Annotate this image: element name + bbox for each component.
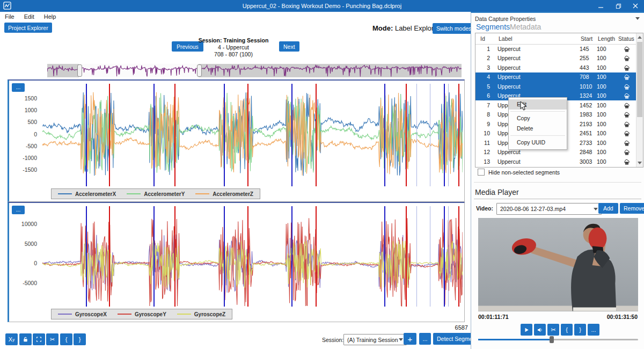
collapse-panel-icon[interactable] (635, 17, 640, 20)
context-menu-item-edit[interactable]: Edit (509, 99, 567, 110)
y-tick-label: -1500 (23, 166, 37, 173)
segment-row[interactable]: 1Uppercut145100 (475, 44, 636, 54)
segment-end-line[interactable] (247, 206, 248, 307)
segment-row[interactable]: 2Uppercut255100 (475, 54, 636, 63)
chart-options-button[interactable]: ... (12, 83, 25, 92)
column-header-start[interactable]: Start (580, 35, 597, 42)
table-scrollbar[interactable] (636, 33, 643, 167)
segment-minor-line[interactable] (430, 206, 430, 307)
segment-minor-line[interactable] (448, 206, 449, 307)
column-header-status[interactable]: Status (617, 35, 636, 42)
segment-start-line[interactable] (86, 84, 87, 186)
video-select[interactable]: 2020-08-06 12-27-03.mp4 (496, 203, 602, 215)
project-explorer-button[interactable]: Project Explorer (4, 23, 52, 33)
segment-start-line[interactable] (153, 206, 155, 307)
segment-row[interactable]: 5Uppercut1010100 (475, 82, 636, 91)
axis-scale-button[interactable]: Xy (5, 333, 18, 345)
segment-row[interactable]: 4Uppercut708100 (475, 72, 636, 82)
column-header-id[interactable]: Id (475, 35, 497, 42)
segment-end-line[interactable] (109, 84, 110, 186)
overview-left-handle[interactable] (77, 64, 82, 77)
scrollbar-thumb[interactable] (637, 42, 642, 117)
title-bar[interactable]: Uppercut_02 - Boxing Workout Demo - Punc… (0, 0, 644, 12)
segment-end-line[interactable] (316, 84, 317, 186)
segment-start-line[interactable] (224, 84, 225, 186)
hide-non-selected-checkbox[interactable] (478, 169, 485, 176)
segment-end-line[interactable] (406, 206, 407, 307)
segment-start-line[interactable] (444, 84, 445, 186)
segment-minor-line[interactable] (416, 206, 417, 307)
remove-video-button[interactable]: Remove (620, 203, 644, 214)
segment-start-line[interactable] (384, 206, 385, 307)
trim-video-button[interactable]: ✂ (547, 324, 559, 336)
segment-id: 1 (475, 46, 497, 52)
play-button[interactable] (521, 324, 532, 336)
segment-end-line[interactable] (406, 84, 407, 186)
segment-start-line[interactable] (444, 206, 445, 307)
segment-end-line[interactable] (247, 84, 248, 186)
scroll-down-icon[interactable] (638, 162, 642, 164)
volume-button[interactable] (534, 324, 546, 336)
segment-end-line[interactable] (458, 206, 459, 307)
switch-modes-button[interactable]: Switch modes (433, 23, 475, 34)
window-title: Uppercut_02 - Boxing Workout Demo - Punc… (0, 0, 644, 12)
overview-right-handle[interactable] (197, 64, 202, 77)
segment-minor-line[interactable] (430, 84, 430, 186)
segment-start-line[interactable] (291, 84, 292, 186)
segment-start-line[interactable] (384, 84, 385, 186)
add-video-button[interactable]: Add (598, 203, 618, 214)
menu-item-help[interactable]: Help (39, 13, 61, 20)
segment-end-line[interactable] (316, 206, 317, 307)
tab-metadata[interactable]: Metadata (510, 23, 541, 31)
restore-button[interactable] (610, 0, 627, 12)
segment-row[interactable]: 13Uppercut3003100 (475, 157, 636, 166)
video-scrubber[interactable] (478, 339, 638, 340)
column-header-label[interactable]: Label (497, 35, 580, 42)
segment-start-line[interactable] (224, 206, 225, 307)
cut-segment-button[interactable]: ✂ (46, 333, 58, 345)
add-segment-button[interactable]: + (404, 333, 416, 345)
menu-item-edit[interactable]: Edit (19, 13, 39, 20)
segment-end-bracket-button[interactable]: } (74, 333, 86, 345)
legend-swatch (58, 193, 72, 194)
video-frame[interactable] (478, 218, 638, 311)
segment-start-line[interactable] (291, 206, 292, 307)
more-options-button[interactable]: ... (419, 333, 431, 345)
minimize-button[interactable] (592, 0, 610, 12)
scrubber-handle[interactable] (550, 336, 554, 343)
context-menu-item-copy[interactable]: Copy (509, 113, 567, 123)
menu-item-file[interactable]: File (0, 13, 19, 20)
cloud-sync-icon (617, 139, 636, 147)
segment-start-line[interactable] (153, 84, 155, 186)
segment-minor-line[interactable] (416, 84, 417, 186)
segment-end-line[interactable] (174, 206, 175, 307)
fit-to-view-button[interactable] (33, 333, 45, 345)
segment-start: 145 (580, 46, 597, 52)
mark-start-button[interactable]: { (561, 324, 573, 336)
column-header-length[interactable]: Length (597, 35, 617, 42)
segment-start-bracket-button[interactable]: { (60, 333, 72, 345)
next-segment-button[interactable]: Next (279, 41, 299, 52)
segment-minor-line[interactable] (448, 84, 449, 186)
mark-end-button[interactable]: } (574, 324, 586, 336)
segment-end-line[interactable] (458, 84, 459, 186)
session-select[interactable]: (A) Training Session (343, 334, 407, 345)
scroll-up-icon[interactable] (638, 36, 642, 39)
segment-start-line[interactable] (86, 206, 87, 307)
segment-label: Uppercut (497, 55, 580, 61)
segment-end-line[interactable] (109, 206, 110, 307)
chart-options-button[interactable]: ... (12, 206, 25, 214)
lock-button[interactable] (19, 333, 32, 345)
gyroscope-plot-area[interactable] (42, 206, 463, 307)
close-button[interactable] (627, 0, 644, 12)
tab-segments[interactable]: Segments (476, 23, 510, 31)
context-menu-item-delete[interactable]: Delete (509, 123, 567, 134)
segment-end-line[interactable] (174, 84, 175, 186)
accelerometer-plot-area[interactable] (42, 84, 463, 186)
gyroscope-waveforms (42, 206, 463, 307)
segment-row[interactable]: 3Uppercut443100 (475, 63, 636, 72)
session-overview-strip[interactable] (47, 64, 462, 77)
player-more-button[interactable]: ... (588, 324, 599, 336)
segment-start: 2451 (580, 130, 597, 136)
context-menu-item-copy-uuid[interactable]: Copy UUID (509, 137, 567, 148)
